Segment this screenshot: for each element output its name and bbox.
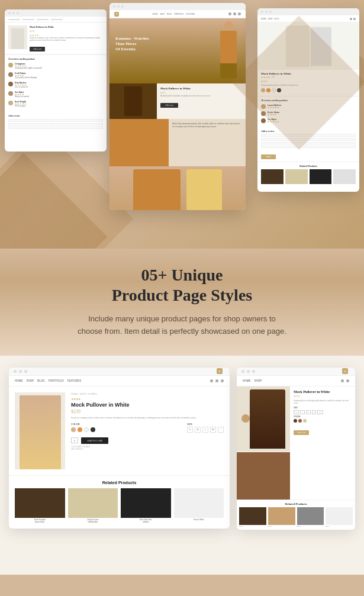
nav-link[interactable]: BLOG — [275, 18, 279, 20]
search-icon[interactable] — [350, 18, 352, 20]
related-item-2[interactable] — [285, 169, 308, 184]
nav-link-home[interactable]: HOME — [153, 13, 158, 15]
size-s[interactable]: S — [300, 410, 304, 414]
size-s[interactable]: S — [187, 427, 193, 433]
nav-shop[interactable]: SHOP — [27, 379, 34, 382]
size-xl[interactable]: XL — [210, 427, 216, 433]
cart-icon[interactable] — [238, 12, 241, 15]
product-thumb-1 — [286, 25, 310, 67]
nav-home[interactable]: HOME — [243, 379, 251, 382]
search-icon[interactable] — [341, 379, 344, 382]
nav-link-blog[interactable]: BLOG — [167, 13, 172, 15]
size-m[interactable]: M — [306, 410, 311, 414]
size-m[interactable]: M — [195, 427, 201, 433]
color-section: COLOR — [71, 423, 95, 436]
add-to-cart-button[interactable]: ADD TO CART — [81, 437, 108, 444]
related-item-4[interactable]: Track in White — [174, 488, 224, 524]
win2-product-title: Mock Pullover in White — [160, 87, 242, 90]
related-item-1[interactable] — [261, 169, 284, 184]
win-dot — [261, 11, 263, 13]
color-swatch-dark[interactable] — [277, 88, 281, 92]
win-dot — [117, 5, 120, 8]
submit-review-btn[interactable]: Submit — [261, 154, 276, 159]
bright-rel-img-1 — [239, 507, 266, 525]
review-text-input[interactable] — [261, 142, 356, 148]
cart-icon[interactable] — [221, 379, 224, 382]
nav-features[interactable]: FEATURES — [67, 379, 82, 382]
size-xs[interactable]: XS — [294, 410, 299, 414]
related-item-2[interactable]: A Kind of GustoOldSkia Shirt — [68, 488, 118, 524]
color-swatch-beige[interactable] — [261, 88, 265, 92]
search-icon[interactable] — [210, 379, 213, 382]
name-field[interactable] — [8, 119, 55, 122]
related-item-3[interactable]: Back Track Pantin Black — [121, 488, 171, 524]
bright-rel-name-2: Item 2 — [268, 526, 295, 527]
user-icon[interactable] — [233, 12, 236, 15]
color-swatch-dark[interactable] — [294, 419, 297, 423]
color-swatch-white[interactable] — [272, 88, 276, 92]
bright-related-item-4[interactable]: Item 4 — [326, 507, 353, 527]
bright-product-layout: Mock Pullover in White $239 Premium pull… — [237, 386, 355, 500]
user-icon[interactable] — [215, 379, 218, 382]
bright-add-cart-btn[interactable]: Add to Cart — [294, 430, 309, 435]
color-swatch-brown[interactable] — [298, 419, 302, 423]
window-bar-3 — [257, 8, 359, 15]
nav-portfolio[interactable]: PORTFOLIO — [49, 379, 64, 382]
color-swatch-beige[interactable] — [71, 427, 76, 432]
bright-related-item-3[interactable]: Item 3 — [297, 507, 324, 527]
review-item: Kim Hawker★★★★★Love it, perfect fit. — [8, 82, 103, 89]
color-swatch-light[interactable] — [303, 419, 307, 423]
review-stars: ★★★★ — [268, 114, 279, 116]
review-name-input[interactable] — [261, 134, 356, 137]
bwin-left-bar: B — [9, 368, 230, 376]
review-textarea[interactable] — [8, 123, 103, 129]
related-item-3[interactable] — [310, 169, 332, 184]
quantity-stepper[interactable]: 1 — [71, 437, 78, 443]
win2-overlay-text: Kamana - WatchesTime PiecesOf Eternity — [115, 36, 149, 52]
color-label: COLOR — [71, 423, 95, 426]
bright-related-item-2[interactable]: Item 2 — [268, 507, 295, 527]
nav-link[interactable]: HOME — [261, 18, 266, 20]
nav-blog[interactable]: BLOG — [37, 379, 45, 382]
bright-size-label: SIZE — [294, 407, 352, 409]
nav-shop[interactable]: SHOP — [255, 379, 262, 382]
breadcrumb: HOME / SHOP / WOMEN — [71, 392, 224, 395]
win3-stars: ★★★★ — [261, 76, 270, 79]
related-item-1[interactable]: Floral JacquardBomer Jacket — [15, 488, 65, 524]
win1-add-to-cart[interactable]: Add to cart — [30, 47, 45, 51]
search-icon[interactable] — [228, 12, 231, 15]
bleft-product-image — [15, 392, 65, 469]
color-swatch-orange[interactable] — [78, 427, 82, 432]
bleft-product-area: HOME / SHOP / WOMEN ★★★★ Mock Pullover i… — [9, 386, 230, 475]
review-item: Laura Baldwin★★★★★ — [261, 104, 356, 109]
nav-link-features[interactable]: FEATURES — [186, 13, 195, 15]
review-email-input[interactable] — [261, 138, 356, 141]
color-swatch-orange[interactable] — [266, 88, 270, 92]
related-img-3 — [121, 488, 171, 518]
nav-home[interactable]: HOME — [15, 379, 23, 382]
hero-section: Mock Pullover in White $239 ★★★★ People … — [0, 0, 364, 249]
size-l[interactable]: L — [312, 410, 317, 414]
color-swatch-white[interactable] — [84, 427, 89, 432]
related-img-2 — [68, 488, 118, 518]
nav-link-portfolio[interactable]: PORTFOLIO — [174, 13, 183, 15]
review-item: Kate Wright★★★★★Will buy again. — [8, 101, 103, 108]
win1-reviews: 12 reviews on this product Livingstone★★… — [5, 54, 107, 112]
size-l[interactable]: L — [202, 427, 208, 433]
size-xl[interactable]: XL — [317, 410, 323, 414]
win1-product-row: Mock Pullover in White $239 ★★★★ People … — [5, 22, 107, 54]
nav-link-shop[interactable]: SHOP — [160, 13, 165, 15]
bright-related-item-1[interactable]: Item 1 — [239, 507, 266, 527]
win2-fabric-img — [109, 119, 169, 166]
email-field[interactable] — [57, 119, 104, 122]
related-name-1: Floral JacquardBomer Jacket — [15, 519, 65, 524]
win2-add-cart-btn[interactable]: Add to cart — [160, 103, 178, 108]
size-plus[interactable]: + — [218, 427, 224, 433]
color-swatch-dark[interactable] — [91, 427, 95, 432]
cart-icon[interactable] — [346, 379, 349, 382]
cart-icon[interactable] — [353, 18, 356, 20]
win2-product-price: $239 — [160, 91, 242, 94]
related-name-3: Back Track Pantin Black — [121, 519, 171, 524]
nav-link[interactable]: SHOP — [268, 18, 273, 20]
related-item-4[interactable] — [333, 169, 356, 184]
